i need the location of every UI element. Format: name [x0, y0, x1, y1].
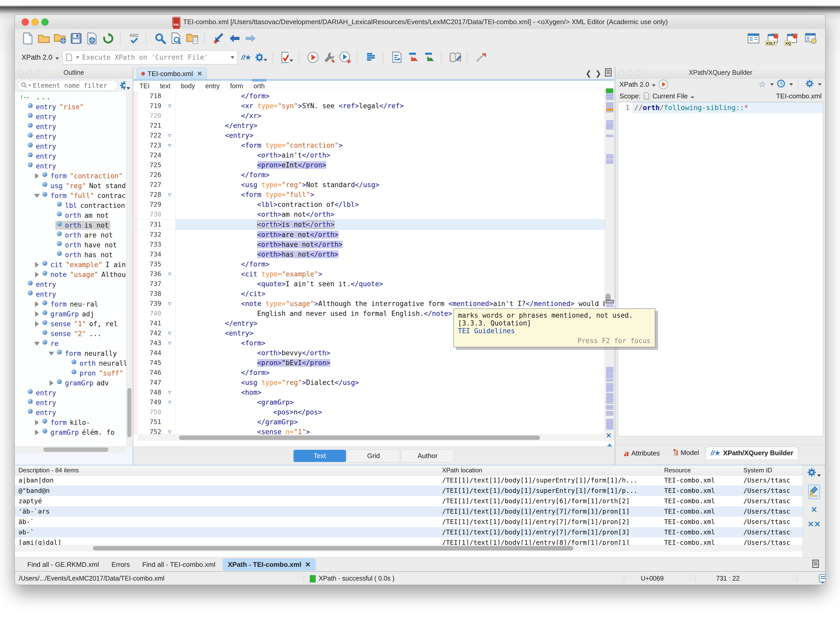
outline-item[interactable]: entry	[15, 388, 127, 398]
code-line[interactable]: 736▽<cit type="example">	[133, 269, 605, 279]
code-line[interactable]: 726</form>	[133, 170, 605, 180]
code-line[interactable]: 748▽<hom>	[133, 388, 605, 398]
breadcrumb-item-orth[interactable]: orth	[253, 82, 265, 90]
fold-toggle-icon[interactable]: ▽	[164, 388, 176, 398]
validate-button[interactable]	[281, 51, 293, 64]
outline-item[interactable]: entry	[15, 112, 127, 122]
back-button[interactable]	[228, 32, 241, 45]
next-tab-icon[interactable]: ❯	[595, 69, 601, 78]
outline-item[interactable]: entry	[15, 408, 127, 418]
message-bubble-icon[interactable]	[819, 574, 826, 584]
code-line[interactable]: 744<orth>bevvy</orth>	[133, 348, 605, 358]
last-edit-location-button[interactable]: ✳	[212, 32, 225, 45]
outline-item[interactable]: gramGrpélém. fo	[15, 427, 127, 437]
fold-toggle-icon[interactable]: ▽	[164, 190, 176, 200]
code-line[interactable]: 728▽<form type="full">	[133, 190, 605, 200]
bottom-tab-find-all-ge-rkmd-xml[interactable]: Find all - GE.RKMD.xml	[22, 559, 104, 571]
code-line[interactable]: 737<quote>I ain't seen it.</quote>	[133, 279, 605, 289]
find-resource-button[interactable]	[186, 32, 199, 45]
outline-item[interactable]: orthhave not	[15, 240, 127, 250]
outline-panel-header[interactable]: Outline	[15, 67, 133, 78]
execute-xpath-button[interactable]	[658, 79, 669, 89]
outline-item[interactable]: !--...	[15, 92, 127, 102]
outline-item[interactable]: entry"rise"	[15, 102, 127, 112]
tab-list-icon[interactable]	[605, 68, 612, 78]
angled-arrow-icon[interactable]	[475, 51, 488, 64]
code-line[interactable]: 721</entry>	[133, 121, 605, 131]
result-row[interactable]: a|ban|don/TEI[1]/text[1]/body[1]/superEn…	[15, 475, 803, 485]
scope-dropdown[interactable]: Current File	[652, 92, 694, 100]
code-line[interactable]: 724<orth>ain't</orth>	[133, 150, 605, 160]
outline-item[interactable]: sense"2"...	[15, 329, 127, 339]
outline-item[interactable]: entry	[15, 131, 127, 141]
view-tab-grid[interactable]: Grid	[347, 449, 400, 462]
code-line[interactable]: 732<orth>are not</orth>	[133, 230, 605, 239]
outline-item[interactable]: gramGrpadj	[15, 309, 127, 319]
save-button[interactable]	[70, 32, 82, 45]
expand-toggle-icon[interactable]	[33, 321, 41, 327]
save-as-url-button[interactable]	[86, 32, 99, 45]
close-window-button[interactable]	[22, 19, 29, 26]
code-line[interactable]: 731<orth>is not</orth>	[133, 219, 605, 230]
expand-toggle-icon[interactable]	[33, 262, 41, 268]
outline-item[interactable]: orthhas not	[15, 250, 127, 260]
code-line[interactable]: 722▽<entry>	[133, 131, 605, 141]
outline-settings-gear-icon[interactable]	[120, 80, 130, 91]
outline-item[interactable]: re	[15, 339, 127, 349]
outline-item[interactable]: entry	[15, 151, 127, 161]
outline-item[interactable]: lblcontraction of	[15, 200, 127, 210]
editor-horizontal-scrollbar[interactable]	[137, 435, 605, 441]
open-url-button[interactable]	[54, 32, 66, 45]
code-line[interactable]: 739▽<note type="usage">Although the inte…	[133, 299, 605, 308]
outline-item[interactable]: usg"reg"Not standard	[15, 181, 127, 191]
expand-toggle-icon[interactable]	[47, 380, 55, 386]
fold-toggle-icon[interactable]: ▽	[164, 101, 176, 111]
results-table-header[interactable]: Description - 84 items XPath location Re…	[15, 465, 803, 476]
breadcrumb-item-TEI[interactable]: TEI	[140, 82, 150, 90]
clear-highlights-icon[interactable]: ✕	[606, 433, 612, 438]
expand-toggle-icon[interactable]	[33, 342, 41, 346]
expand-toggle-icon[interactable]	[33, 311, 41, 317]
xpath-expression-combo[interactable]: Execute XPath on 'Current File'	[63, 50, 238, 64]
editor-layout-icon[interactable]	[747, 32, 760, 45]
code-line[interactable]: 720</xr>	[133, 111, 605, 121]
builder-panel-header[interactable]: XPath/XQuery Builder	[615, 67, 826, 78]
expand-toggle-icon[interactable]	[33, 173, 41, 179]
code-editor[interactable]: 718</form>719▽<xr type="syn">SYN. see <r…	[133, 91, 605, 435]
code-line[interactable]: 746</form>	[133, 368, 605, 378]
bottom-tab-errors[interactable]: Errors	[106, 559, 135, 571]
outline-item[interactable]: formkilo-	[15, 418, 127, 427]
minimize-window-button[interactable]	[31, 19, 39, 26]
favorites-star-icon[interactable]: ☆	[758, 80, 766, 89]
code-line[interactable]: 734<orth>has not</orth>	[133, 249, 605, 259]
fold-toggle-icon[interactable]: ▽	[164, 269, 176, 279]
history-clock-icon[interactable]	[777, 80, 785, 89]
panel-list-icon[interactable]	[812, 560, 819, 570]
fold-toggle-icon[interactable]: ▽	[164, 427, 176, 435]
documentation-edit-icon[interactable]	[449, 51, 462, 64]
view-tab-author[interactable]: Author	[401, 449, 454, 462]
bottom-tab-xpath-tei-combo-xml[interactable]: XPath - TEI-combo.xml✕	[223, 559, 316, 571]
fold-toggle-icon[interactable]: ▽	[164, 299, 176, 308]
results-settings-gear-icon[interactable]	[807, 468, 821, 478]
fold-toggle-icon[interactable]: ▽	[164, 141, 176, 150]
fold-toggle-icon[interactable]: ▽	[164, 131, 176, 141]
highlight-results-toggle[interactable]	[808, 485, 820, 499]
expand-toggle-icon[interactable]	[33, 194, 41, 198]
fold-toggle-icon[interactable]: ▽	[164, 328, 176, 338]
code-line[interactable]: 752▽<sense n="1">	[133, 427, 605, 435]
outline-item[interactable]: entry	[15, 290, 127, 299]
code-line[interactable]: 747<usg type="reg">Dialect</usg>	[133, 378, 605, 388]
format-structure-icon[interactable]	[365, 51, 377, 64]
open-folder-button[interactable]	[38, 32, 50, 45]
view-tab-text[interactable]: Text	[294, 450, 346, 462]
breadcrumb-item-entry[interactable]: entry	[205, 82, 220, 90]
code-line[interactable]: 718</form>	[133, 91, 605, 101]
outline-item[interactable]: note"usage"Although the i	[15, 270, 127, 280]
expand-toggle-icon[interactable]	[33, 419, 41, 426]
tei-guidelines-link[interactable]: TEI Guidelines	[458, 327, 651, 335]
outline-item[interactable]: form"full"contraction of	[15, 191, 127, 200]
breadcrumb-item-body[interactable]: body	[181, 82, 195, 90]
outline-item[interactable]: entry	[15, 161, 127, 171]
code-line[interactable]: 735</form>	[133, 259, 605, 269]
